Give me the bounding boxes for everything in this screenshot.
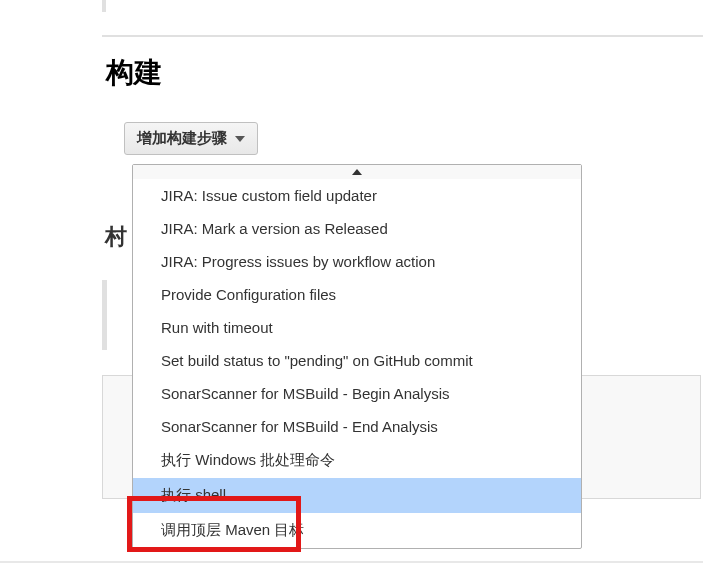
section-title-build: 构建 [106,54,162,92]
chevron-down-icon [235,136,245,142]
build-step-dropdown: JIRA: Issue custom field updater JIRA: M… [132,164,582,549]
menu-item-jira-progress[interactable]: JIRA: Progress issues by workflow action [133,245,581,278]
obscured-section-label: 村 [105,222,127,252]
menu-item-maven-target[interactable]: 调用顶层 Maven 目标 [133,513,581,548]
dropdown-menu-list: JIRA: Issue custom field updater JIRA: M… [133,179,581,548]
menu-item-run-timeout[interactable]: Run with timeout [133,311,581,344]
menu-item-jira-custom-field[interactable]: JIRA: Issue custom field updater [133,179,581,212]
menu-item-execute-shell[interactable]: 执行 shell [133,478,581,513]
side-accent-bar [102,280,107,350]
add-build-step-button[interactable]: 增加构建步骤 [124,122,258,155]
menu-item-sonar-begin[interactable]: SonarScanner for MSBuild - Begin Analysi… [133,377,581,410]
footer-divider [0,561,703,563]
menu-item-sonar-end[interactable]: SonarScanner for MSBuild - End Analysis [133,410,581,443]
top-accent-bar [102,0,106,12]
add-build-step-label: 增加构建步骤 [137,129,227,148]
section-divider [102,35,703,37]
menu-item-provide-config[interactable]: Provide Configuration files [133,278,581,311]
dropdown-scroll-up[interactable] [133,165,581,179]
menu-item-jira-mark-released[interactable]: JIRA: Mark a version as Released [133,212,581,245]
chevron-up-icon [352,169,362,175]
menu-item-windows-batch[interactable]: 执行 Windows 批处理命令 [133,443,581,478]
menu-item-github-status[interactable]: Set build status to "pending" on GitHub … [133,344,581,377]
